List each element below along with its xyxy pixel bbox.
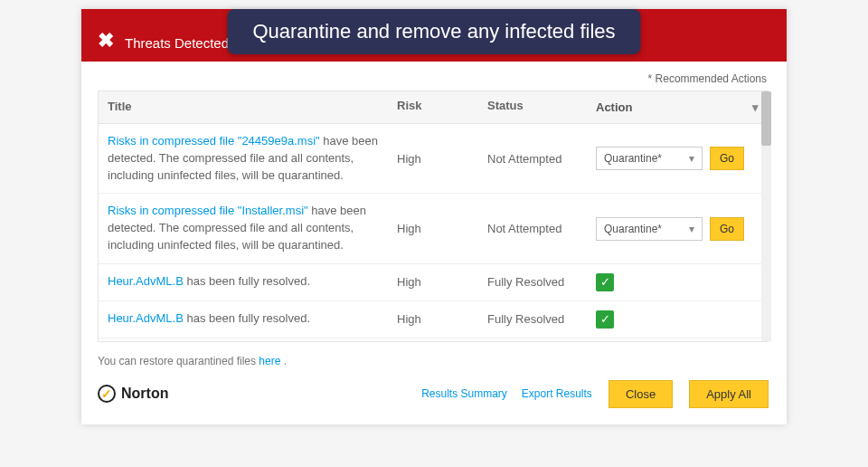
header-title: Threats Detected: [125, 35, 229, 51]
table-row: Risks in compressed file "24459e9a.msi" …: [99, 124, 768, 195]
results-summary-link[interactable]: Results Summary: [421, 387, 507, 400]
go-button[interactable]: Go: [710, 147, 744, 170]
action-select-label: Quarantine*: [604, 223, 662, 235]
threat-action: ✓: [587, 264, 768, 300]
threat-risk: High: [388, 143, 478, 175]
table-outer: Title Risk Status Action Risks in compre…: [98, 91, 769, 342]
go-button[interactable]: Go: [710, 217, 744, 241]
chevron-down-icon: ▾: [689, 152, 694, 165]
resolved-check-icon: ✓: [596, 273, 614, 291]
threat-status: Fully Resolved: [478, 266, 587, 298]
annotation-text: Quarantine and remove any infected files: [252, 20, 615, 43]
threat-action: Quarantine*▾Go: [587, 138, 768, 179]
threat-risk: High: [388, 266, 478, 298]
table-row: Risks in compressed file "Installer.msi"…: [99, 194, 768, 264]
action-dropdown-icon[interactable]: [752, 100, 759, 114]
footer: You can restore quarantined files here .…: [81, 342, 787, 424]
action-select[interactable]: Quarantine*▾: [596, 217, 703, 241]
norton-badge-icon: ✓: [98, 385, 116, 403]
footer-bar: ✓ Norton Results Summary Export Results …: [98, 380, 769, 408]
table-row: Heur.AdvML.B has been fully resolved.Hig…: [99, 264, 768, 301]
resolved-check-icon: ✓: [596, 310, 614, 329]
annotation-banner: Quarantine and remove any infected files: [227, 9, 640, 54]
action-select-label: Quarantine*: [604, 152, 662, 165]
export-results-link[interactable]: Export Results: [522, 387, 592, 400]
threat-title: Risks in compressed file "Installer.msi"…: [99, 194, 388, 263]
restore-suffix: .: [280, 355, 287, 367]
threat-status: Fully Resolved: [478, 303, 587, 335]
threat-title: Heur.AdvML.B has been fully resolved.: [99, 301, 388, 337]
brand-name: Norton: [121, 386, 168, 402]
threat-link[interactable]: Heur.AdvML.B: [108, 274, 184, 288]
threat-risk: High: [388, 303, 478, 335]
col-status: Status: [478, 91, 587, 123]
alert-x-icon: ✖: [98, 31, 114, 51]
scrollbar-thumb[interactable]: [761, 91, 771, 146]
threat-link[interactable]: Risks in compressed file "Installer.msi": [108, 204, 308, 217]
norton-logo: ✓ Norton: [98, 385, 168, 403]
threat-title: Heur.AdvML.B has been fully resolved.: [99, 264, 388, 300]
table-body: Risks in compressed file "24459e9a.msi" …: [99, 124, 768, 341]
threat-desc: has been fully resolved.: [184, 311, 310, 325]
threat-status: Not Attempted: [478, 213, 587, 244]
table-row: Heur.AdvML.B has been fully resolved.Hig…: [99, 338, 768, 341]
threat-link[interactable]: Risks in compressed file "24459e9a.msi": [108, 134, 320, 148]
apply-all-button[interactable]: Apply All: [689, 380, 769, 408]
col-action: Action: [587, 91, 768, 123]
threat-desc: has been fully resolved.: [184, 274, 310, 288]
threats-table: Title Risk Status Action Risks in compre…: [81, 91, 787, 342]
threat-link[interactable]: Heur.AdvML.B: [108, 311, 184, 325]
table-header: Title Risk Status Action: [99, 91, 768, 124]
restore-prefix: You can restore quarantined files: [98, 355, 259, 367]
threats-window: ✖ Threats Detected * Recommended Actions…: [81, 9, 787, 424]
col-risk: Risk: [388, 91, 478, 123]
action-select[interactable]: Quarantine*▾: [596, 147, 703, 170]
col-action-label: Action: [596, 100, 632, 114]
recommended-actions-label: * Recommended Actions: [81, 62, 787, 91]
threat-status: Not Attempted: [478, 143, 587, 175]
footer-links: Results Summary Export Results: [421, 387, 592, 400]
table-row: Heur.AdvML.B has been fully resolved.Hig…: [99, 301, 768, 338]
threat-title: Heur.AdvML.B has been fully resolved.: [99, 338, 388, 340]
threat-action: Quarantine*▾Go: [587, 208, 768, 250]
threat-title: Risks in compressed file "24459e9a.msi" …: [99, 124, 388, 194]
threat-action: ✓: [587, 338, 768, 341]
chevron-down-icon: ▾: [689, 223, 694, 235]
threat-risk: High: [388, 213, 478, 244]
threat-action: ✓: [587, 301, 768, 338]
restore-line: You can restore quarantined files here .: [98, 355, 769, 367]
close-button[interactable]: Close: [609, 380, 673, 408]
restore-here-link[interactable]: here: [259, 355, 280, 367]
col-title: Title: [99, 91, 388, 123]
